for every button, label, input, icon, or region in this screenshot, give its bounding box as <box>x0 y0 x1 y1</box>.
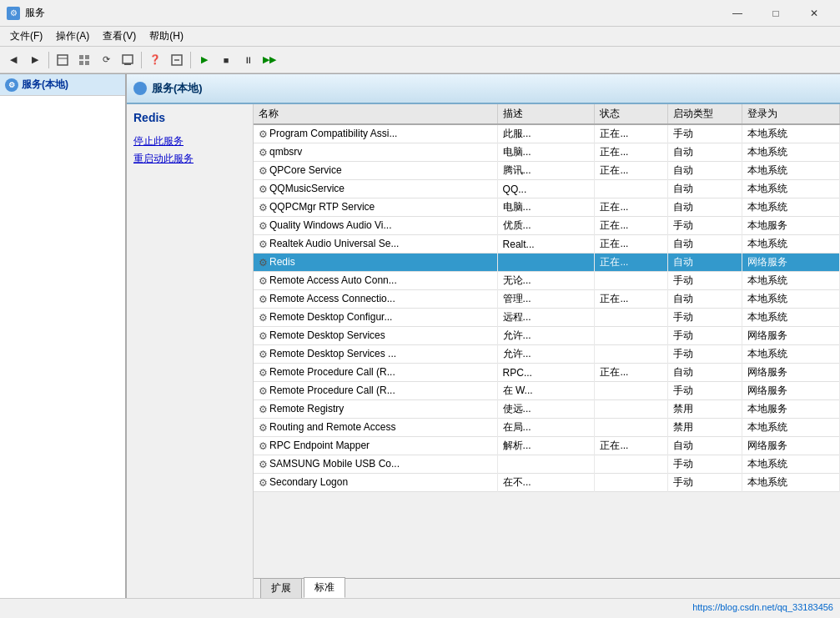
table-row[interactable]: ⚙Quality Windows Audio Vi...优质...正在...手动… <box>254 217 840 235</box>
cell-desc: Realt... <box>497 235 595 254</box>
cell-status <box>595 455 668 474</box>
cell-startup: 手动 <box>668 474 742 492</box>
table-row[interactable]: ⚙Secondary Logon在不...手动本地系统 <box>254 474 840 492</box>
detail-title: Redis <box>133 111 246 124</box>
table-row[interactable]: ⚙Remote Registry使远...禁用本地服务 <box>254 400 840 419</box>
toolbar-stop[interactable]: ■ <box>216 50 236 70</box>
restart-service-link[interactable]: 重启动此服务 <box>133 152 246 166</box>
cell-name: ⚙Realtek Audio Universal Se... <box>254 235 497 254</box>
toolbar-refresh[interactable]: ⟳ <box>96 50 116 70</box>
cell-startup: 自动 <box>668 290 742 309</box>
svg-rect-2 <box>79 55 83 59</box>
toolbar-btn-4[interactable] <box>167 50 187 70</box>
sidebar-item-services[interactable]: ⚙ 服务(本地) <box>0 74 125 96</box>
cell-status: 正在... <box>595 437 668 455</box>
cell-startup: 禁用 <box>668 400 742 419</box>
cell-name: ⚙Remote Desktop Services ... <box>254 345 497 364</box>
cell-startup: 手动 <box>668 309 742 327</box>
gear-icon: ⚙ <box>259 477 268 489</box>
col-header-login[interactable]: 登录为 <box>742 104 840 124</box>
gear-icon: ⚙ <box>259 385 268 397</box>
table-row[interactable]: ⚙Remote Access Auto Conn...无论...手动本地系统 <box>254 272 840 290</box>
cell-login: 本地系统 <box>742 455 840 474</box>
col-header-startup[interactable]: 启动类型 <box>668 104 742 124</box>
minimize-button[interactable]: — <box>718 0 757 27</box>
svg-rect-6 <box>123 55 133 63</box>
table-row[interactable]: ⚙QQPCMgr RTP Service电脑...正在...自动本地系统 <box>254 198 840 217</box>
cell-desc: 电脑... <box>497 143 595 162</box>
table-row[interactable]: ⚙Remote Procedure Call (R...RPC...正在...自… <box>254 364 840 382</box>
cell-desc: 解析... <box>497 437 595 455</box>
cell-login: 本地系统 <box>742 474 840 492</box>
cell-name: ⚙QQMusicService <box>254 180 497 198</box>
cell-startup: 手动 <box>668 345 742 364</box>
cell-startup: 手动 <box>668 124 742 143</box>
cell-desc <box>497 455 595 474</box>
cell-login: 本地系统 <box>742 309 840 327</box>
cell-startup: 手动 <box>668 327 742 345</box>
table-row[interactable]: ⚙QQMusicServiceQQ...自动本地系统 <box>254 180 840 198</box>
table-row[interactable]: ⚙Remote Desktop Services ...允许...手动本地系统 <box>254 345 840 364</box>
cell-login: 本地服务 <box>742 400 840 419</box>
cell-name: ⚙Remote Procedure Call (R... <box>254 364 497 382</box>
close-button[interactable]: ✕ <box>795 0 833 27</box>
cell-name: ⚙QQPCMgr RTP Service <box>254 198 497 217</box>
toolbar-btn-2[interactable] <box>74 50 94 70</box>
cell-login: 本地服务 <box>742 217 840 235</box>
bottom-tabs: 扩展 标准 <box>254 578 840 598</box>
cell-desc: 管理... <box>497 290 595 309</box>
cell-desc: 使远... <box>497 400 595 419</box>
cell-startup: 手动 <box>668 217 742 235</box>
cell-login: 本地系统 <box>742 180 840 198</box>
toolbar-back[interactable]: ◀ <box>3 50 23 70</box>
menu-action[interactable]: 操作(A) <box>49 28 96 45</box>
maximize-button[interactable]: □ <box>757 0 795 27</box>
table-row[interactable]: ⚙Remote Desktop Services允许...手动网络服务 <box>254 327 840 345</box>
table-row[interactable]: ⚙RPC Endpoint Mapper解析...正在...自动网络服务 <box>254 437 840 455</box>
main-layout: ⚙ 服务(本地) 服务(本地) Redis 停止此服务 重启动此服务 <box>0 73 840 598</box>
table-row[interactable]: ⚙SAMSUNG Mobile USB Co...手动本地系统 <box>254 455 840 474</box>
gear-icon: ⚙ <box>259 440 268 452</box>
cell-desc <box>497 254 595 272</box>
cell-login: 本地系统 <box>742 290 840 309</box>
cell-name: ⚙Remote Access Connectio... <box>254 290 497 309</box>
table-row[interactable]: ⚙qmbsrv电脑...正在...自动本地系统 <box>254 143 840 162</box>
table-row[interactable]: ⚙Routing and Remote Access在局...禁用本地系统 <box>254 419 840 437</box>
cell-desc: 腾讯... <box>497 162 595 180</box>
cell-desc: 允许... <box>497 327 595 345</box>
cell-name: ⚙Remote Registry <box>254 400 497 419</box>
toolbar-help[interactable]: ❓ <box>145 50 165 70</box>
col-header-name[interactable]: 名称 <box>254 104 497 124</box>
toolbar-pause[interactable]: ⏸ <box>238 50 258 70</box>
table-row[interactable]: ⚙Remote Access Connectio...管理...正在...自动本… <box>254 290 840 309</box>
table-row[interactable]: ⚙Remote Procedure Call (R...在 W...手动网络服务 <box>254 382 840 400</box>
cell-login: 网络服务 <box>742 437 840 455</box>
col-header-status[interactable]: 状态 <box>595 104 668 124</box>
gear-icon: ⚙ <box>259 459 268 470</box>
col-header-desc[interactable]: 描述 <box>497 104 595 124</box>
services-table-scroll[interactable]: 名称 描述 状态 启动类型 登录为 ⚙Program Compatibility… <box>254 104 840 578</box>
toolbar-btn-3[interactable] <box>118 50 138 70</box>
stop-service-link[interactable]: 停止此服务 <box>133 134 246 148</box>
toolbar-restart[interactable]: ▶▶ <box>259 50 279 70</box>
cell-login: 本地系统 <box>742 235 840 254</box>
menu-file[interactable]: 文件(F) <box>3 28 49 45</box>
table-row[interactable]: ⚙Realtek Audio Universal Se...Realt...正在… <box>254 235 840 254</box>
content-header: 服务(本地) <box>127 74 840 104</box>
cell-login: 网络服务 <box>742 364 840 382</box>
tab-expand[interactable]: 扩展 <box>260 578 302 598</box>
table-row[interactable]: ⚙Remote Desktop Configur...远程...手动本地系统 <box>254 309 840 327</box>
table-row[interactable]: ⚙QPCore Service腾讯...正在...自动本地系统 <box>254 162 840 180</box>
menu-view[interactable]: 查看(V) <box>96 28 143 45</box>
cell-name: ⚙Quality Windows Audio Vi... <box>254 217 497 235</box>
toolbar-play[interactable]: ▶ <box>194 50 214 70</box>
toolbar-btn-1[interactable] <box>53 50 73 70</box>
menu-help[interactable]: 帮助(H) <box>143 28 190 45</box>
tab-standard[interactable]: 标准 <box>304 577 345 598</box>
table-row[interactable]: ⚙Program Compatibility Assi...此服...正在...… <box>254 124 840 143</box>
cell-desc: 此服... <box>497 124 595 143</box>
table-row[interactable]: ⚙Redis正在...自动网络服务 <box>254 254 840 272</box>
toolbar-forward[interactable]: ▶ <box>25 50 45 70</box>
cell-status: 正在... <box>595 162 668 180</box>
cell-status <box>595 474 668 492</box>
